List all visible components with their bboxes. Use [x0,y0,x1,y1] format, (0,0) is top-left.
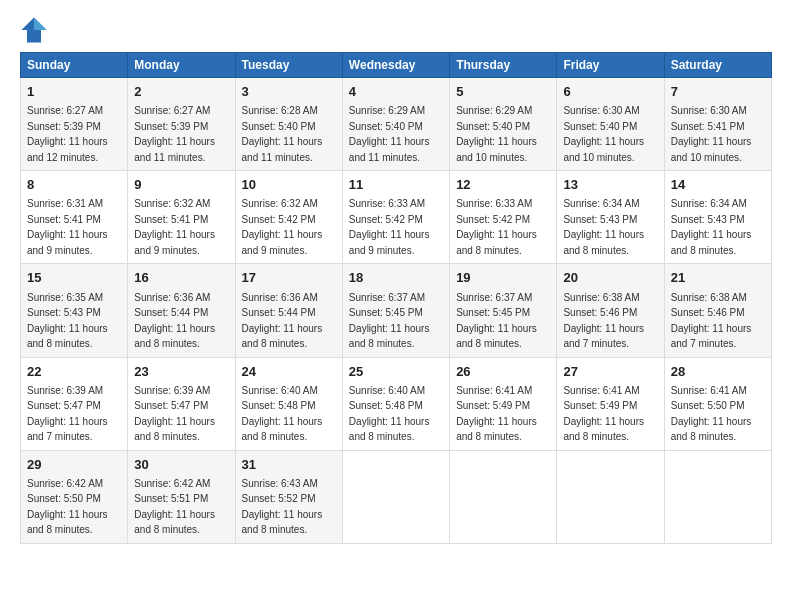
logo-icon [20,16,48,44]
calendar-cell: 21Sunrise: 6:38 AM Sunset: 5:46 PM Dayli… [664,264,771,357]
calendar-header: SundayMondayTuesdayWednesdayThursdayFrid… [21,53,772,78]
day-info: Sunrise: 6:37 AM Sunset: 5:45 PM Dayligh… [456,292,537,350]
day-info: Sunrise: 6:28 AM Sunset: 5:40 PM Dayligh… [242,105,323,163]
day-info: Sunrise: 6:34 AM Sunset: 5:43 PM Dayligh… [563,198,644,256]
calendar-cell: 15Sunrise: 6:35 AM Sunset: 5:43 PM Dayli… [21,264,128,357]
calendar-cell: 22Sunrise: 6:39 AM Sunset: 5:47 PM Dayli… [21,357,128,450]
day-info: Sunrise: 6:41 AM Sunset: 5:49 PM Dayligh… [563,385,644,443]
calendar-cell: 19Sunrise: 6:37 AM Sunset: 5:45 PM Dayli… [450,264,557,357]
day-number: 30 [134,456,228,474]
week-row-2: 8Sunrise: 6:31 AM Sunset: 5:41 PM Daylig… [21,171,772,264]
day-number: 25 [349,363,443,381]
day-info: Sunrise: 6:36 AM Sunset: 5:44 PM Dayligh… [134,292,215,350]
day-info: Sunrise: 6:38 AM Sunset: 5:46 PM Dayligh… [563,292,644,350]
day-number: 9 [134,176,228,194]
calendar-table: SundayMondayTuesdayWednesdayThursdayFrid… [20,52,772,544]
calendar-cell: 12Sunrise: 6:33 AM Sunset: 5:42 PM Dayli… [450,171,557,264]
calendar-cell: 2Sunrise: 6:27 AM Sunset: 5:39 PM Daylig… [128,78,235,171]
calendar-cell: 11Sunrise: 6:33 AM Sunset: 5:42 PM Dayli… [342,171,449,264]
calendar-cell: 10Sunrise: 6:32 AM Sunset: 5:42 PM Dayli… [235,171,342,264]
day-info: Sunrise: 6:35 AM Sunset: 5:43 PM Dayligh… [27,292,108,350]
day-number: 1 [27,83,121,101]
calendar-cell: 27Sunrise: 6:41 AM Sunset: 5:49 PM Dayli… [557,357,664,450]
day-number: 26 [456,363,550,381]
day-info: Sunrise: 6:29 AM Sunset: 5:40 PM Dayligh… [349,105,430,163]
day-header-monday: Monday [128,53,235,78]
day-number: 8 [27,176,121,194]
day-number: 10 [242,176,336,194]
day-number: 20 [563,269,657,287]
day-info: Sunrise: 6:39 AM Sunset: 5:47 PM Dayligh… [134,385,215,443]
day-number: 24 [242,363,336,381]
calendar-cell: 16Sunrise: 6:36 AM Sunset: 5:44 PM Dayli… [128,264,235,357]
calendar-cell: 7Sunrise: 6:30 AM Sunset: 5:41 PM Daylig… [664,78,771,171]
calendar-cell: 24Sunrise: 6:40 AM Sunset: 5:48 PM Dayli… [235,357,342,450]
week-row-5: 29Sunrise: 6:42 AM Sunset: 5:50 PM Dayli… [21,450,772,543]
day-info: Sunrise: 6:30 AM Sunset: 5:40 PM Dayligh… [563,105,644,163]
day-number: 18 [349,269,443,287]
calendar-cell: 13Sunrise: 6:34 AM Sunset: 5:43 PM Dayli… [557,171,664,264]
calendar-cell: 29Sunrise: 6:42 AM Sunset: 5:50 PM Dayli… [21,450,128,543]
day-info: Sunrise: 6:27 AM Sunset: 5:39 PM Dayligh… [27,105,108,163]
calendar-cell: 14Sunrise: 6:34 AM Sunset: 5:43 PM Dayli… [664,171,771,264]
calendar-cell: 26Sunrise: 6:41 AM Sunset: 5:49 PM Dayli… [450,357,557,450]
day-number: 28 [671,363,765,381]
day-header-sunday: Sunday [21,53,128,78]
calendar-cell: 1Sunrise: 6:27 AM Sunset: 5:39 PM Daylig… [21,78,128,171]
day-number: 6 [563,83,657,101]
day-info: Sunrise: 6:40 AM Sunset: 5:48 PM Dayligh… [349,385,430,443]
day-info: Sunrise: 6:41 AM Sunset: 5:49 PM Dayligh… [456,385,537,443]
day-header-tuesday: Tuesday [235,53,342,78]
day-info: Sunrise: 6:43 AM Sunset: 5:52 PM Dayligh… [242,478,323,536]
day-info: Sunrise: 6:27 AM Sunset: 5:39 PM Dayligh… [134,105,215,163]
day-number: 23 [134,363,228,381]
day-header-friday: Friday [557,53,664,78]
day-info: Sunrise: 6:33 AM Sunset: 5:42 PM Dayligh… [349,198,430,256]
day-info: Sunrise: 6:31 AM Sunset: 5:41 PM Dayligh… [27,198,108,256]
calendar-cell: 4Sunrise: 6:29 AM Sunset: 5:40 PM Daylig… [342,78,449,171]
day-number: 17 [242,269,336,287]
day-number: 31 [242,456,336,474]
day-header-thursday: Thursday [450,53,557,78]
week-row-3: 15Sunrise: 6:35 AM Sunset: 5:43 PM Dayli… [21,264,772,357]
day-info: Sunrise: 6:37 AM Sunset: 5:45 PM Dayligh… [349,292,430,350]
calendar-cell: 9Sunrise: 6:32 AM Sunset: 5:41 PM Daylig… [128,171,235,264]
calendar-cell: 3Sunrise: 6:28 AM Sunset: 5:40 PM Daylig… [235,78,342,171]
page-container: SundayMondayTuesdayWednesdayThursdayFrid… [0,0,792,554]
calendar-cell [342,450,449,543]
day-number: 21 [671,269,765,287]
day-info: Sunrise: 6:40 AM Sunset: 5:48 PM Dayligh… [242,385,323,443]
calendar-cell: 25Sunrise: 6:40 AM Sunset: 5:48 PM Dayli… [342,357,449,450]
day-header-wednesday: Wednesday [342,53,449,78]
day-number: 29 [27,456,121,474]
day-info: Sunrise: 6:34 AM Sunset: 5:43 PM Dayligh… [671,198,752,256]
logo [20,16,52,44]
day-number: 19 [456,269,550,287]
day-info: Sunrise: 6:36 AM Sunset: 5:44 PM Dayligh… [242,292,323,350]
calendar-cell: 6Sunrise: 6:30 AM Sunset: 5:40 PM Daylig… [557,78,664,171]
day-info: Sunrise: 6:41 AM Sunset: 5:50 PM Dayligh… [671,385,752,443]
header [20,16,772,44]
calendar-cell [664,450,771,543]
day-info: Sunrise: 6:38 AM Sunset: 5:46 PM Dayligh… [671,292,752,350]
day-info: Sunrise: 6:42 AM Sunset: 5:51 PM Dayligh… [134,478,215,536]
week-row-4: 22Sunrise: 6:39 AM Sunset: 5:47 PM Dayli… [21,357,772,450]
day-info: Sunrise: 6:33 AM Sunset: 5:42 PM Dayligh… [456,198,537,256]
day-number: 14 [671,176,765,194]
calendar-cell: 30Sunrise: 6:42 AM Sunset: 5:51 PM Dayli… [128,450,235,543]
day-number: 2 [134,83,228,101]
calendar-cell: 5Sunrise: 6:29 AM Sunset: 5:40 PM Daylig… [450,78,557,171]
svg-marker-1 [34,17,47,30]
calendar-cell: 17Sunrise: 6:36 AM Sunset: 5:44 PM Dayli… [235,264,342,357]
day-info: Sunrise: 6:32 AM Sunset: 5:41 PM Dayligh… [134,198,215,256]
day-number: 27 [563,363,657,381]
calendar-cell: 31Sunrise: 6:43 AM Sunset: 5:52 PM Dayli… [235,450,342,543]
calendar-cell: 18Sunrise: 6:37 AM Sunset: 5:45 PM Dayli… [342,264,449,357]
day-number: 15 [27,269,121,287]
calendar-cell [557,450,664,543]
day-header-saturday: Saturday [664,53,771,78]
day-info: Sunrise: 6:42 AM Sunset: 5:50 PM Dayligh… [27,478,108,536]
day-number: 7 [671,83,765,101]
calendar-body: 1Sunrise: 6:27 AM Sunset: 5:39 PM Daylig… [21,78,772,544]
calendar-cell: 28Sunrise: 6:41 AM Sunset: 5:50 PM Dayli… [664,357,771,450]
